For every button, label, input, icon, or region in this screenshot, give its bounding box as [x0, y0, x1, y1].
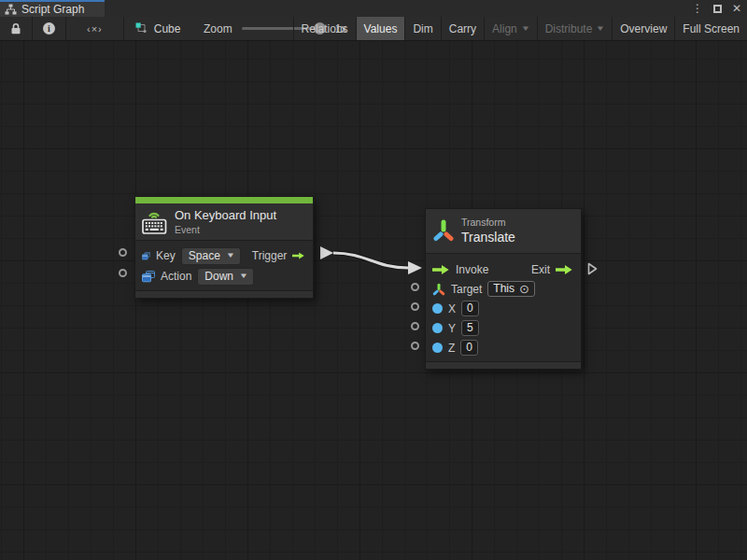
target-label: Target: [451, 283, 482, 296]
node-title: On Keyboard Input: [175, 208, 276, 222]
flow-arrow-icon[interactable]: [556, 264, 573, 275]
port-row-key: Key Space ▼ Trigger: [135, 245, 313, 266]
enum-type-icon: [142, 250, 150, 262]
chevron-down-icon: ▼: [521, 24, 530, 33]
object-picker-icon[interactable]: ⊙: [519, 283, 529, 295]
y-value-field[interactable]: 5: [461, 320, 479, 336]
node-on-keyboard-input[interactable]: On Keyboard Input Event Key Space ▼ Trig…: [134, 196, 314, 299]
enum-type-icon: [142, 271, 155, 283]
port-row-y: Y 5: [426, 318, 581, 338]
value-port-icon: [432, 343, 443, 353]
window-menu-icon[interactable]: ⋮: [692, 3, 703, 14]
relations-button[interactable]: Relations: [293, 17, 356, 40]
port-label-action: Action: [161, 270, 191, 283]
transform-mini-icon: [432, 283, 445, 296]
tab-label: Script Graph: [21, 3, 84, 16]
node-category: Transform: [461, 217, 515, 228]
x-value-field[interactable]: 0: [461, 301, 479, 316]
info-button[interactable]: i: [33, 17, 65, 40]
flow-arrow-icon[interactable]: [292, 250, 305, 261]
code-view-icon: ‹×›: [87, 23, 103, 35]
title-bar: Script Graph ⋮ ✕: [0, 0, 747, 17]
flow-arrow-icon[interactable]: [432, 264, 450, 275]
graph-canvas[interactable]: [0, 41, 747, 560]
input-port-z[interactable]: [411, 342, 419, 350]
keyboard-event-icon: [142, 209, 167, 234]
value-port-icon: [432, 323, 443, 333]
values-button[interactable]: Values: [356, 17, 405, 40]
distribute-dropdown[interactable]: Distribute ▼: [537, 17, 613, 40]
input-port-action[interactable]: [119, 269, 127, 277]
graph-target-button[interactable]: Cube: [124, 17, 194, 40]
z-value-field[interactable]: 0: [460, 340, 478, 356]
port-label-key: Key: [156, 249, 176, 262]
carry-button[interactable]: Carry: [441, 17, 484, 40]
event-accent-bar: [135, 197, 313, 203]
node-translate[interactable]: Transform Translate Invoke Exit Target T…: [425, 208, 582, 370]
node-body: Invoke Exit Target This ⊙ X 0: [426, 253, 581, 361]
graph-toolbar: i ‹×› Cube Zoom 1x Relations Values Dim …: [0, 17, 747, 41]
chevron-down-icon: ▼: [226, 251, 235, 259]
port-row-x: X 0: [426, 299, 581, 318]
overview-button[interactable]: Overview: [612, 17, 674, 40]
lock-button[interactable]: [0, 17, 32, 40]
action-dropdown[interactable]: Down ▼: [197, 268, 254, 286]
tab-script-graph[interactable]: Script Graph: [0, 0, 105, 17]
node-body: Key Space ▼ Trigger Action Down ▼: [135, 240, 313, 290]
port-row-target: Target This ⊙: [426, 279, 581, 299]
invoke-label: Invoke: [456, 263, 488, 276]
node-footer: [426, 361, 581, 369]
port-row-z: Z 0: [426, 338, 581, 357]
input-port-y[interactable]: [411, 322, 419, 330]
node-subtitle: Event: [175, 224, 276, 235]
maximize-icon[interactable]: [713, 5, 722, 13]
trigger-output-label: Trigger: [252, 249, 288, 262]
chevron-down-icon: ▼: [596, 24, 605, 33]
x-label: X: [448, 302, 456, 315]
dim-button[interactable]: Dim: [404, 17, 440, 40]
node-header: On Keyboard Input Event: [135, 203, 313, 240]
z-label: Z: [448, 342, 455, 355]
y-label: Y: [448, 322, 456, 335]
target-object-field[interactable]: This ⊙: [487, 281, 535, 297]
exit-label: Exit: [531, 263, 550, 276]
node-footer: [135, 290, 313, 298]
port-row-invoke: Invoke Exit: [426, 259, 581, 279]
script-graph-icon: [5, 4, 17, 15]
transform-icon: [433, 218, 454, 243]
graph-node-icon: [135, 22, 148, 35]
key-dropdown[interactable]: Space ▼: [181, 247, 241, 265]
exit-port-icon[interactable]: [587, 262, 598, 275]
info-icon: i: [43, 22, 55, 35]
graph-target-label: Cube: [154, 22, 181, 35]
chevron-down-icon: ▼: [239, 272, 248, 280]
node-header: Transform Translate: [426, 209, 581, 253]
close-icon[interactable]: ✕: [732, 3, 741, 14]
input-port-key[interactable]: [119, 248, 127, 257]
lock-icon: [10, 22, 21, 35]
input-port-target[interactable]: [411, 283, 419, 291]
fullscreen-button[interactable]: Full Screen: [674, 17, 747, 40]
node-title: Translate: [461, 230, 515, 245]
input-port-x[interactable]: [411, 302, 419, 311]
port-row-action: Action Down ▼: [135, 266, 313, 287]
zoom-label: Zoom: [204, 22, 233, 35]
code-view-button[interactable]: ‹×›: [66, 17, 123, 40]
value-port-icon: [432, 303, 443, 314]
align-dropdown[interactable]: Align ▼: [484, 17, 537, 40]
